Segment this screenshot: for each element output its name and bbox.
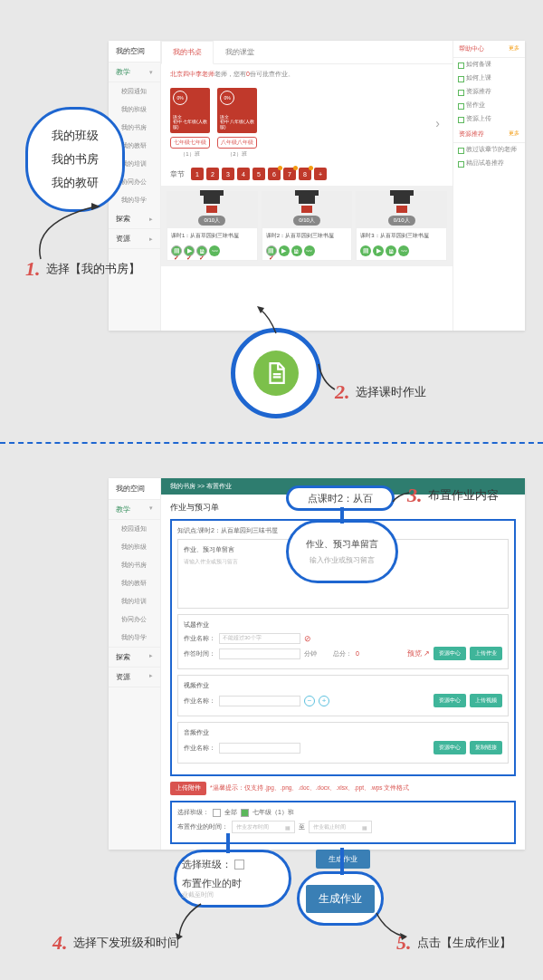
book-card[interactable]: 0% 语文初中 七年级(人教版) 七年级七年级 （1）班 [170,88,210,159]
checkbox-all[interactable] [213,809,221,817]
help-item[interactable]: 资源推荐 [453,85,525,99]
rec-item[interactable]: 精品试卷推荐 [453,157,525,170]
book-pct: 0% [220,91,234,105]
book-label: 七年级七年级 [170,137,210,149]
chapter-num[interactable]: 3 [222,168,234,180]
upload-video-button[interactable]: 上传视频 [470,694,502,707]
to-label: 至 [299,822,305,831]
lesson-count: 0/10人 [293,216,320,226]
start-time-input[interactable]: 作业发布时间▦ [232,821,295,833]
resource-center-button[interactable]: 资源中心 [433,741,466,754]
checkbox-g7[interactable] [241,809,249,817]
sidebar-item[interactable]: 校园通知 [109,520,160,538]
book-grade: 初中 七年级(人教版) [173,120,207,130]
chapter-num[interactable]: 8 [299,168,311,180]
upload-attachment-button[interactable]: 上传附件 [170,782,206,795]
rec-item[interactable]: 教过该章节的老师 [453,143,525,157]
share-icon: ↗ [424,649,430,658]
main-content: 我的书桌 我的课堂 北京四中李老师老师，您有0份可批查作业。 0% 语文初中 七… [161,41,452,331]
tab-bookshelf[interactable]: 我的书桌 [161,41,214,64]
help-item[interactable]: 如何备课 [453,58,525,72]
video-icon[interactable]: ▶ [279,245,290,256]
lesson-count: 0/10人 [198,216,225,226]
book-class: （2）班 [217,150,257,159]
upload-row: 上传附件 *温馨提示：仅支持 .jpg、.png、.doc、.docx、.xls… [170,782,516,795]
chapter-add[interactable]: + [314,168,327,180]
next-arrow-icon[interactable]: › [435,116,440,130]
chart-icon[interactable]: 〰 [398,245,409,256]
minus-icon[interactable]: − [304,696,315,706]
upload-hint: *温馨提示：仅支持 .jpg、.png、.doc、.docx、.xlsx、.pp… [210,784,409,793]
sidebar-item[interactable]: 协同办公 [109,610,160,629]
step-4: 4.选择下发班级和时间 [52,931,179,955]
plus-icon[interactable]: + [319,696,329,706]
more-link[interactable]: 更多 [509,44,519,53]
preview-text: 预览 [407,649,422,658]
sidebar-group-explore[interactable]: 探索▸ [109,647,160,668]
sidebar-group-resource[interactable]: 资源▸ [109,668,160,687]
callout-bubble-1: 我的班级 我的书房 我的教研 [25,107,125,212]
name-input[interactable] [219,743,300,754]
preview-link[interactable]: 预览↗ [407,647,430,660]
more-link[interactable]: 更多 [509,130,519,139]
ribbon-icon [301,206,312,213]
sidebar-resource-label: 资源 [116,672,130,682]
chapter-num[interactable]: 2 [206,168,219,180]
name-input[interactable] [219,696,300,706]
doc-icon[interactable]: ▤ [360,245,371,256]
help-item[interactable]: 资源上传 [453,112,525,126]
section-divider [0,442,543,444]
chapter-num[interactable]: 6 [268,168,281,180]
doc-icon[interactable]: ▤ [266,245,277,256]
sidebar-teach-label: 教学 [116,504,130,514]
chart-icon[interactable]: 〰 [209,245,220,256]
chapter-num[interactable]: 5 [252,168,265,180]
help-item[interactable]: 留作业 [453,99,525,112]
chart-icon[interactable]: 〰 [304,245,315,256]
book-card[interactable]: 0% 语文初中 八年级(人教版) 八年级八年级 （2）班 [217,88,257,159]
end-time-input[interactable]: 作业截止时间▦ [309,821,372,833]
copy-link-button[interactable]: 复制链接 [470,741,502,754]
svg-marker-0 [91,203,100,210]
upload-homework-button[interactable]: 上传作业 [470,647,502,660]
video-icon[interactable]: ▶ [373,245,384,256]
notice-mid: 老师，您有 [214,71,246,77]
time-input[interactable] [219,649,300,659]
chapter-num[interactable]: 1 [191,168,204,180]
sidebar-item[interactable]: 我的培训 [109,592,160,610]
tab-classroom[interactable]: 我的课堂 [214,41,266,63]
book-grade: 初中 八年级(人教版) [220,120,254,130]
resource-center-button[interactable]: 资源中心 [433,694,466,707]
lesson-title: 课时1：从百草园到三味书屋 [167,228,257,244]
chapter-num[interactable]: 7 [283,168,296,180]
sidebar-space: 我的空间 [109,478,160,500]
resource-center-button[interactable]: 资源中心 [433,647,466,660]
sidebar-group-teach[interactable]: 教学▾ [109,500,160,520]
lessons-row: 0/10人 课时1：从百草园到三味书屋 ▤ ▶ 🗎 〰 0/10人 课时2：从百… [161,186,452,266]
chapter-num[interactable]: 4 [237,168,250,180]
file-icon[interactable]: 🗎 [386,245,396,256]
help-item[interactable]: 如何上课 [453,72,525,85]
step-text: 选择【我的书房】 [46,261,140,277]
name-input[interactable]: 不能超过30个字 [219,633,300,644]
callout-time-ph: 业截至时间 [182,890,214,899]
generate-button-zoom: 生成作业 [306,885,375,913]
sidebar-group-teach[interactable]: 教学▾ [109,62,160,82]
arrow-line [315,362,342,397]
doc-icon[interactable]: ▤ [171,245,182,256]
sidebar-item[interactable]: 我的教研 [109,574,160,592]
file-icon[interactable]: 🗎 [291,245,302,256]
svg-marker-3 [400,933,407,940]
video-icon[interactable]: ▶ [184,245,195,256]
book-label: 八年级八年级 [217,137,257,149]
sidebar-item-class[interactable]: 我的班级 [109,101,160,119]
sidebar-item[interactable]: 我的班级 [109,538,160,556]
callout-generate: 生成作业 [297,871,384,926]
sidebar-item[interactable]: 我的导学 [109,629,160,647]
time-label: 布置作业的时间： [177,822,228,831]
arrow-line [375,911,411,942]
sidebar-item[interactable]: 我的书房 [109,556,160,574]
chevron-down-icon: ▾ [149,69,153,76]
sidebar-item-notice[interactable]: 校园通知 [109,82,160,101]
file-icon[interactable]: 🗎 [196,245,207,256]
